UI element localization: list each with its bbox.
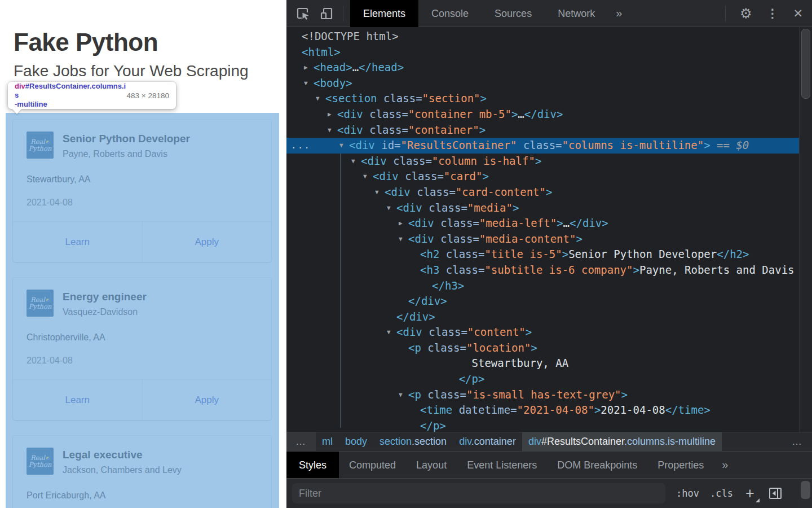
dom-tree-row[interactable]: ▶<div class="media-left">…</div>: [286, 216, 799, 231]
learn-link[interactable]: Learn: [65, 395, 90, 406]
dom-code-segment: [420, 373, 459, 385]
settings-gear-icon[interactable]: ⚙: [740, 0, 752, 27]
styles-scrollbar-thumb[interactable]: [801, 481, 810, 499]
inspect-element-icon[interactable]: [293, 4, 312, 23]
dom-tree-row[interactable]: <!DOCTYPE html>: [286, 29, 799, 45]
dom-tree-row[interactable]: ▶<div class="container mb-5">…</div>: [286, 107, 799, 122]
toggle-element-state-button[interactable]: :hov: [676, 488, 699, 499]
tab-network[interactable]: Network: [545, 0, 608, 27]
expand-arrow-down[interactable]: ▼: [304, 76, 308, 91]
row-overflow-dots[interactable]: ...: [291, 138, 311, 154]
tab-elements[interactable]: Elements: [350, 0, 418, 27]
dom-code-segment: </h2>: [717, 248, 749, 260]
expand-arrow-down[interactable]: ▼: [399, 387, 403, 403]
expand-arrow-right[interactable]: ▶: [328, 107, 332, 122]
apply-link[interactable]: Apply: [195, 237, 219, 248]
dom-tree-row[interactable]: ▼<p class="is-small has-text-grey">: [286, 387, 799, 403]
python-logo-dot: [46, 299, 50, 302]
breadcrumb-overflow-right[interactable]: …: [783, 436, 812, 448]
dom-tree-row[interactable]: ▼<div class="content">: [286, 325, 799, 340]
dom-code-segment: >: [704, 139, 710, 151]
dom-code-segment: <div: [337, 124, 363, 136]
company-name: Jackson, Chambers and Levy: [63, 465, 182, 475]
dom-code-segment: <h3: [420, 264, 439, 276]
job-card-footer: LearnApply: [13, 379, 271, 420]
job-card-media: RealPythonSenior Python DeveloperPayne, …: [27, 132, 258, 159]
breadcrumb-item[interactable]: section.section: [373, 432, 453, 451]
dom-tree-row[interactable]: ▼<div class="container">: [286, 122, 799, 138]
breadcrumb-item[interactable]: div.container: [453, 432, 522, 451]
dom-code-segment: >: [535, 155, 541, 167]
expand-arrow-down[interactable]: ▼: [399, 231, 403, 247]
expand-arrow-down[interactable]: ▼: [316, 91, 320, 107]
tab-sources[interactable]: Sources: [482, 0, 545, 27]
styles-filter-input[interactable]: [292, 483, 665, 503]
expand-arrow-right[interactable]: ▶: [304, 60, 308, 76]
dom-tree-row[interactable]: </div>: [286, 294, 799, 309]
dom-tree-row[interactable]: </p>: [286, 371, 799, 387]
dom-tree-row[interactable]: ▼<div class="media">: [286, 200, 799, 216]
dom-code-segment: <section: [325, 92, 377, 104]
job-card-footer: LearnApply: [13, 221, 271, 262]
dom-tree-row[interactable]: ▼<section class="section">: [286, 91, 799, 107]
toggle-sidebar-icon[interactable]: [768, 486, 783, 501]
expand-arrow-down[interactable]: ▼: [328, 122, 332, 138]
dom-tree-row[interactable]: <h3 class="subtitle is-6 company">Payne,…: [286, 262, 799, 278]
kebab-menu-icon[interactable]: ⋮: [766, 0, 778, 27]
job-card-footer-cell: Learn: [13, 380, 143, 420]
job-card-text: Energy engineerVasquez-Davidson: [63, 290, 147, 317]
styles-more-tabs-chevron[interactable]: »: [714, 458, 736, 471]
learn-link[interactable]: Learn: [65, 237, 90, 248]
dom-tree-row[interactable]: ▼<div class="card">: [286, 169, 799, 185]
dom-tree-row[interactable]: ▼<div class="card-content">: [286, 185, 799, 200]
breadcrumb-item[interactable]: div#ResultsContainer.columns.is-multilin…: [522, 432, 722, 451]
expand-arrow-down[interactable]: ▼: [351, 154, 355, 169]
breadcrumb-overflow-left[interactable]: …: [286, 432, 316, 451]
dom-tree-row[interactable]: </p>: [286, 418, 799, 432]
styles-tab-event-listeners[interactable]: Event Listeners: [457, 452, 547, 479]
expand-arrow-right[interactable]: ▶: [399, 216, 403, 231]
dom-tree-row[interactable]: <h2 class="title is-5">Senior Python Dev…: [286, 247, 799, 262]
dom-tree-row[interactable]: </h3>: [286, 278, 799, 294]
device-toolbar-icon[interactable]: [317, 4, 336, 23]
job-title: Senior Python Developer: [63, 133, 190, 145]
dom-tree-row[interactable]: ▼<div class="media-content">: [286, 231, 799, 247]
dom-tree-row[interactable]: Stewartbury, AA: [286, 356, 799, 371]
close-devtools-icon[interactable]: ✕: [793, 0, 803, 27]
dom-code-segment: >: [594, 404, 601, 416]
dom-code-segment: $0: [736, 139, 749, 151]
expand-arrow-down[interactable]: ▼: [339, 138, 343, 154]
toggle-sidebar-icon-svg: [768, 486, 783, 501]
styles-tab-dom-breakpoints[interactable]: DOM Breakpoints: [547, 452, 647, 479]
breadcrumb-item[interactable]: ml: [316, 432, 339, 451]
dom-tree-row[interactable]: <html>: [286, 45, 799, 60]
apply-link[interactable]: Apply: [195, 395, 219, 406]
dom-tree-row[interactable]: <time datetime="2021-04-08">2021-04-08</…: [286, 402, 799, 418]
dom-code-segment: "is-small has-text-grey": [466, 388, 621, 401]
job-card: RealPythonSenior Python DeveloperPayne, …: [13, 120, 271, 262]
dom-vertical-scrollbar-thumb[interactable]: [801, 29, 810, 99]
more-tabs-chevron[interactable]: »: [608, 7, 630, 20]
styles-tab-styles[interactable]: Styles: [286, 452, 339, 479]
dom-tree-row[interactable]: <p class="location">: [286, 340, 799, 356]
styles-tab-properties[interactable]: Properties: [647, 452, 714, 479]
styles-tab-layout[interactable]: Layout: [406, 452, 457, 479]
dom-tree-row[interactable]: ▼<div class="column is-half">: [286, 154, 799, 169]
breadcrumb-item[interactable]: body: [339, 432, 373, 451]
element-classes-button[interactable]: .cls: [710, 488, 733, 499]
tab-console[interactable]: Console: [418, 0, 482, 27]
expand-arrow-down[interactable]: ▼: [387, 200, 391, 216]
expand-arrow-down[interactable]: ▼: [387, 325, 391, 340]
new-style-rule-button[interactable]: +: [745, 486, 754, 501]
expand-arrow-down[interactable]: ▼: [363, 169, 367, 185]
expand-arrow-down[interactable]: ▼: [375, 185, 379, 200]
dom-tree-row[interactable]: ▼<body>: [286, 76, 799, 91]
dom-tree-row[interactable]: ...▼<div id="ResultsContainer" class="co…: [286, 138, 799, 154]
dom-tree-row[interactable]: </div>: [286, 309, 799, 325]
styles-tab-computed[interactable]: Computed: [339, 452, 406, 479]
job-location: Christopherville, AA: [27, 332, 258, 343]
dom-code-segment: </div>: [396, 310, 435, 323]
dom-code-segment: <div: [396, 202, 422, 214]
toolbar-separator: [343, 6, 343, 21]
dom-tree-row[interactable]: ▶<head>…</head>: [286, 60, 799, 76]
